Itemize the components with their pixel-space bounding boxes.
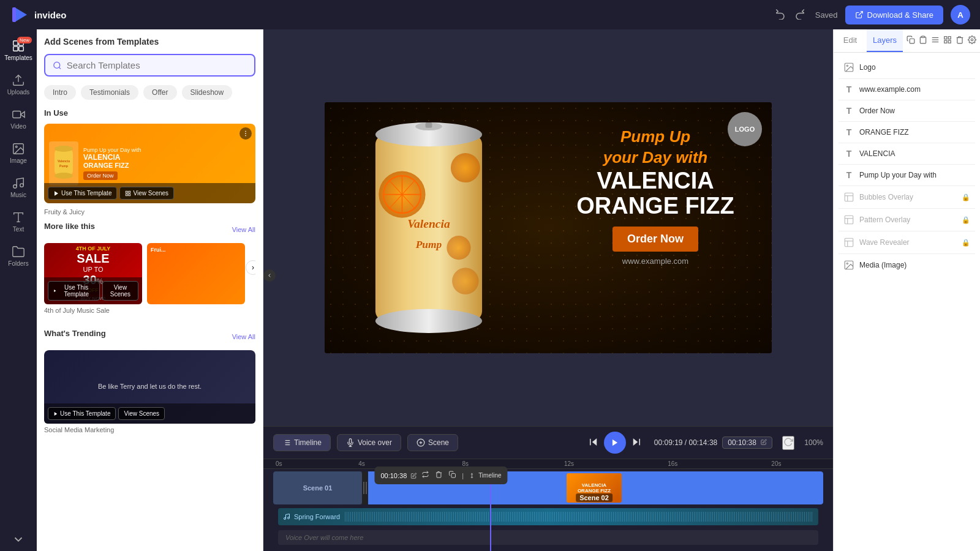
sidebar-item-folders[interactable]: Folders [0, 240, 37, 272]
voiceover-tab-button[interactable]: Voice over [337, 434, 401, 451]
music-label: Music [10, 192, 26, 198]
layer-item-bubbles[interactable]: Bubbles Overlay 🔒 [839, 187, 975, 207]
user-avatar-button[interactable]: A [951, 5, 970, 24]
sidebar-content: Add Scenes from Templates Intro Testimon… [37, 29, 263, 551]
sidebar-item-text[interactable]: Text [0, 206, 37, 238]
overlay-layer-icon-bubbles [843, 192, 854, 203]
fruity-mini-card[interactable]: Frui... [147, 243, 245, 304]
sidebar-item-video[interactable]: Video [0, 103, 37, 135]
skip-back-button[interactable] [588, 437, 599, 449]
layer-pump-name: Pump Up your Day with [859, 171, 970, 179]
play-icon [53, 190, 59, 197]
canvas-logo: LOGO [728, 112, 762, 146]
image-layer-icon [843, 62, 854, 73]
layer-item-pattern[interactable]: Pattern Overlay 🔒 [839, 210, 975, 230]
popup-loop-button[interactable] [420, 470, 430, 481]
scene1-block[interactable]: Scene 01 [273, 471, 362, 504]
skip-forward-button[interactable] [631, 437, 642, 449]
layer-divider-3 [839, 121, 975, 122]
layer-wave-name: Wave Revealer [859, 238, 957, 247]
sidebar-item-more[interactable] [0, 528, 37, 551]
voiceover-track: Voice Over will come here [268, 529, 828, 546]
redo-button[interactable] [792, 6, 808, 24]
image-label: Image [10, 157, 27, 164]
svg-rect-87 [845, 216, 853, 224]
panel-delete-button[interactable] [954, 34, 965, 47]
sidebar-item-image[interactable]: Image [0, 137, 37, 169]
layer-item-order[interactable]: T Order Now [839, 102, 975, 120]
layer-item-wave[interactable]: Wave Revealer 🔒 [839, 233, 975, 252]
sidebar-header: Add Scenes from Templates [44, 37, 255, 47]
refresh-icon [783, 437, 793, 447]
sale-template-card[interactable]: 4TH OF JULY SALE UP TO 30% OFF BUY NOW! [44, 243, 142, 320]
pencil-popup-icon [410, 473, 417, 479]
layer-item-orange-fizz[interactable]: T ORANGE FIZZ [839, 123, 975, 141]
more-like-next-button[interactable]: › [246, 260, 255, 275]
svg-point-47 [451, 153, 480, 182]
panel-align-button[interactable] [930, 34, 941, 47]
svg-point-25 [246, 135, 246, 136]
trending-use-template-button[interactable]: Use This Template [48, 407, 116, 420]
sale-view-scenes-button[interactable]: View Scenes [102, 281, 138, 301]
filter-offer[interactable]: Offer [143, 85, 176, 100]
filter-chips: Intro Testimonials Offer Slideshow [44, 85, 255, 100]
timeline-tab-button[interactable]: Timeline [273, 434, 331, 451]
layer-item-pump[interactable]: T Pump Up your Day with [839, 166, 975, 184]
trending-template-card[interactable]: Be like Terry and let us do the rest. Us… [44, 350, 255, 440]
trending-view-all[interactable]: View All [232, 333, 255, 340]
view-scenes-button[interactable]: View Scenes [119, 187, 174, 200]
svg-text:Valencia: Valencia [407, 217, 450, 230]
filter-slideshow[interactable]: Slideshow [182, 85, 233, 100]
zoom-level: 100% [804, 438, 823, 447]
video-label: Video [10, 123, 26, 130]
panel-format-button[interactable] [942, 34, 953, 47]
svg-point-13 [20, 184, 24, 187]
panel-settings-button[interactable] [967, 34, 978, 47]
popup-delete-button[interactable] [434, 470, 443, 481]
play-button[interactable] [604, 432, 626, 454]
tab-edit[interactable]: Edit [834, 29, 867, 52]
in-use-template-card[interactable]: Valencia Pump Pump Up your Day with VALE… [44, 124, 255, 203]
sale-use-template-button[interactable]: Use This Template [48, 281, 100, 301]
music-note-icon [283, 513, 290, 520]
scene-resize-handle[interactable] [362, 471, 368, 504]
svg-marker-26 [55, 191, 58, 196]
more-like-view-all[interactable]: View All [232, 226, 255, 233]
layer-item-valencia[interactable]: T VALENCIA [839, 144, 975, 163]
search-box[interactable] [44, 54, 255, 77]
timeline-icon [282, 438, 291, 447]
panel-paste-button[interactable] [918, 34, 929, 47]
audio-track-block[interactable]: Spring Forward [278, 508, 818, 525]
sidebar-item-music[interactable]: Music [0, 171, 37, 203]
sidebar-item-templates[interactable]: New Templates [0, 34, 37, 66]
scene-tab-button[interactable]: Scene [407, 434, 458, 451]
svg-text:Pump: Pump [415, 238, 442, 250]
trending-view-scenes-button[interactable]: View Scenes [118, 407, 165, 420]
layer-item-website[interactable]: T www.example.com [839, 80, 975, 99]
undo-button[interactable] [772, 6, 788, 24]
layer-item-logo[interactable]: Logo [839, 58, 975, 77]
sidebar-item-uploads[interactable]: Uploads [0, 69, 37, 100]
panel-copy-button[interactable] [905, 34, 916, 47]
filter-intro[interactable]: Intro [44, 85, 76, 100]
saved-status: Saved [815, 10, 838, 20]
more-like-grid: 4TH OF JULY SALE UP TO 30% OFF BUY NOW! [44, 243, 255, 320]
svg-point-11 [15, 146, 17, 148]
use-template-button[interactable]: Use This Template [48, 187, 117, 200]
refresh-button[interactable] [782, 436, 794, 450]
filter-testimonials[interactable]: Testimonials [81, 85, 138, 100]
trash-icon [435, 471, 442, 478]
trending-header: What's Trending View All [44, 329, 255, 344]
layer-order-name: Order Now [859, 107, 970, 115]
canvas-brand-name: VALENCIA ORANGE FIZZ [557, 168, 753, 220]
svg-marker-35 [55, 412, 58, 416]
search-input[interactable] [67, 60, 247, 70]
layer-item-media[interactable]: Media (Image) [839, 255, 975, 275]
tab-layers[interactable]: Layers [867, 29, 903, 52]
canvas-cta-button[interactable]: Order Now [612, 227, 698, 252]
time-display: 00:09:19 / 00:14:38 [654, 438, 717, 447]
sidebar-collapse-button[interactable] [263, 269, 276, 282]
text-label: Text [13, 226, 24, 233]
download-share-button[interactable]: Download & Share [845, 6, 943, 24]
popup-copy-button[interactable] [447, 470, 457, 481]
